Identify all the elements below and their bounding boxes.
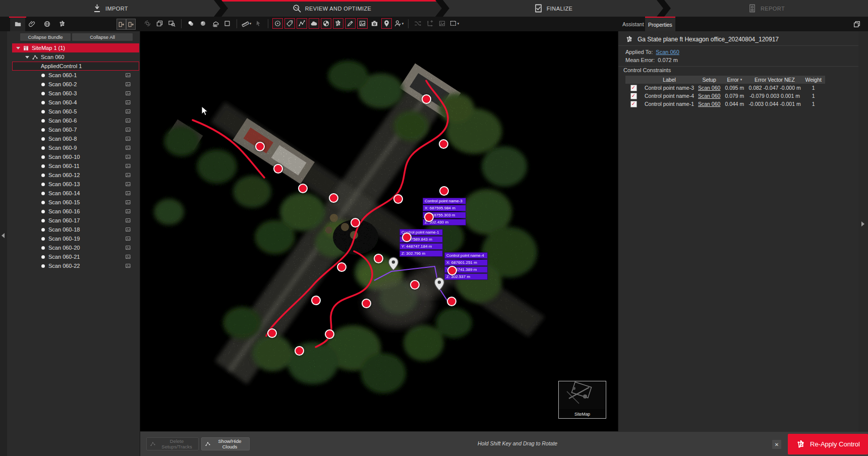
control-point-marker[interactable] xyxy=(393,194,403,204)
constraint-setup-link[interactable]: Scan 060 xyxy=(698,85,720,91)
tree-item-scan[interactable]: Scan 060-12 xyxy=(12,170,139,180)
control-point-marker[interactable] xyxy=(422,94,431,104)
control-point-marker[interactable] xyxy=(439,139,448,149)
tree-item-scan[interactable]: Scan 060-5 xyxy=(12,107,139,116)
column-label[interactable]: Label xyxy=(642,76,697,84)
control-point-marker[interactable] xyxy=(273,164,283,174)
chevron-down-icon[interactable]: ▾ xyxy=(250,22,252,26)
scan-image-icon[interactable] xyxy=(125,108,131,115)
control-point-marker[interactable] xyxy=(298,184,308,193)
show-bundles-icon[interactable] xyxy=(333,18,343,29)
constraint-checkbox[interactable]: ✓ xyxy=(630,93,637,99)
scan-image-icon[interactable] xyxy=(125,217,131,223)
constraint-row[interactable]: ✓Control point name-4Scan 0600.079 m-0.0… xyxy=(625,92,825,100)
tree-item-scan[interactable]: Scan 060-13 xyxy=(12,180,139,189)
show-geotags-icon[interactable] xyxy=(381,18,392,29)
re-apply-control-button[interactable]: Re-Apply Control xyxy=(788,434,868,454)
workflow-step-report[interactable]: REPORT xyxy=(664,0,868,17)
control-point-marker[interactable] xyxy=(351,218,360,227)
tree-item-scan[interactable]: Scan 060-4 xyxy=(12,98,139,107)
swap-link-icon[interactable] xyxy=(413,18,423,29)
tree-item-scan[interactable]: Scan 060-19 xyxy=(12,234,139,243)
control-point-marker[interactable] xyxy=(439,186,449,196)
scan-image-icon[interactable] xyxy=(125,190,131,196)
control-point-marker[interactable] xyxy=(447,266,457,275)
tree-item-scan[interactable]: Scan 060-1 xyxy=(12,71,139,80)
ortho-view-icon[interactable] xyxy=(222,18,233,29)
pano-view-icon[interactable]: ▾ xyxy=(393,18,404,29)
workflow-step-finalize[interactable]: FINALIZE xyxy=(443,0,663,17)
sidebar-tab-project-explorer-icon[interactable] xyxy=(10,17,25,31)
scan-image-icon[interactable] xyxy=(125,145,131,151)
show-labels-icon[interactable] xyxy=(284,18,295,29)
scan-image-icon[interactable] xyxy=(125,163,131,169)
constraint-setup-link[interactable]: Scan 060 xyxy=(698,101,720,107)
tree-item-scan[interactable]: Scan 060-15 xyxy=(12,198,139,207)
camera-icon[interactable] xyxy=(369,18,380,29)
tree-item-scan[interactable]: Scan 060-3 xyxy=(12,89,139,98)
pick-pointer-icon[interactable] xyxy=(253,18,264,29)
tree-item-scan[interactable]: Scan 060-10 xyxy=(12,152,139,161)
marquee-select-icon[interactable]: ▾ xyxy=(449,18,459,29)
show-hide-clouds-button[interactable]: Show/Hide Clouds xyxy=(201,437,250,450)
scan-image-icon[interactable] xyxy=(125,90,131,96)
sidebar-tab-geotag-globe-icon[interactable] xyxy=(39,17,54,31)
scan-image-icon[interactable] xyxy=(125,208,131,214)
cascade-views-icon[interactable] xyxy=(154,18,165,29)
tree-item-scan[interactable]: Scan 060-7 xyxy=(12,125,139,134)
panel-collapse-strip[interactable] xyxy=(858,31,868,456)
collapse-right-arrow-icon[interactable] xyxy=(861,221,864,226)
draw-annotation-icon[interactable] xyxy=(345,18,356,29)
collapse-all-button[interactable]: Collapse All xyxy=(72,33,133,41)
tree-item-scan[interactable]: Scan 060-9 xyxy=(12,143,139,152)
control-point-marker[interactable] xyxy=(337,262,346,272)
control-point-marker[interactable] xyxy=(374,254,383,263)
scan-image-icon[interactable] xyxy=(125,72,131,78)
control-point-marker[interactable] xyxy=(362,299,371,308)
tree-item-scan[interactable]: Scan 060-21 xyxy=(12,252,139,261)
dock-panel-left-icon[interactable] xyxy=(117,19,126,30)
close-banner-button[interactable]: ✕ xyxy=(772,440,781,449)
control-point-marker[interactable] xyxy=(255,142,265,151)
control-point-marker[interactable] xyxy=(410,280,420,290)
constraint-checkbox[interactable]: ✓ xyxy=(630,101,637,107)
scan-image-icon[interactable] xyxy=(125,127,131,133)
scan-image-icon[interactable] xyxy=(125,136,131,142)
point-color-mode-icon[interactable] xyxy=(186,18,196,29)
control-point-marker[interactable] xyxy=(267,328,277,338)
tree-item-scan[interactable]: Scan 060-6 xyxy=(12,116,139,125)
point-cloud-viewport[interactable]: Control point name-3 X: 687595.984 m Y: … xyxy=(140,31,618,431)
control-point-marker[interactable] xyxy=(402,233,412,242)
tab-properties[interactable]: Properties xyxy=(645,17,675,31)
applied-to-link[interactable]: Scan 060 xyxy=(656,49,679,55)
chevron-down-icon[interactable]: ▾ xyxy=(457,22,459,26)
scan-image-icon[interactable] xyxy=(125,154,131,160)
zoom-window-icon[interactable] xyxy=(166,18,177,29)
scan-image-icon[interactable] xyxy=(125,118,131,124)
image-overlay-icon[interactable] xyxy=(437,18,447,29)
tree-item-scan-group[interactable]: Scan 060 xyxy=(12,52,139,62)
workflow-step-review-and-optimize[interactable]: REVIEW AND OPTIMIZE xyxy=(221,0,442,17)
tree-item-scan[interactable]: Scan 060-20 xyxy=(12,243,139,252)
control-point-marker[interactable] xyxy=(447,297,456,306)
tree-item-sitemap[interactable]: SiteMap 1 (1) xyxy=(12,43,139,52)
control-point-marker[interactable] xyxy=(311,296,321,305)
delete-setups-tracks-button[interactable]: Delete Setups/Tracks xyxy=(146,437,199,450)
chevron-down-icon[interactable] xyxy=(16,47,20,49)
sphere-mode-icon[interactable] xyxy=(198,18,208,29)
scan-image-icon[interactable] xyxy=(125,172,131,178)
dock-panel-right-icon[interactable] xyxy=(126,19,136,30)
tree-item-scan[interactable]: Scan 060-2 xyxy=(12,80,139,89)
tree-item-scan[interactable]: Scan 060-14 xyxy=(12,189,139,198)
constraint-setup-link[interactable]: Scan 060 xyxy=(698,93,720,99)
cloud-density-icon[interactable] xyxy=(210,18,220,29)
scan-image-icon[interactable] xyxy=(125,81,131,87)
tree-item-applied-control[interactable]: AppliedControl 1 xyxy=(12,62,139,71)
measure-ruler-icon[interactable]: ▾ xyxy=(241,18,252,29)
panel-layout-icon[interactable] xyxy=(851,19,862,30)
show-images-icon[interactable] xyxy=(357,18,368,29)
tab-assistant[interactable]: Assistant xyxy=(619,17,647,31)
tree-item-scan[interactable]: Scan 060-11 xyxy=(12,161,139,170)
sidebar-tab-control-network-icon[interactable] xyxy=(54,17,70,31)
control-point-marker[interactable] xyxy=(295,346,304,356)
